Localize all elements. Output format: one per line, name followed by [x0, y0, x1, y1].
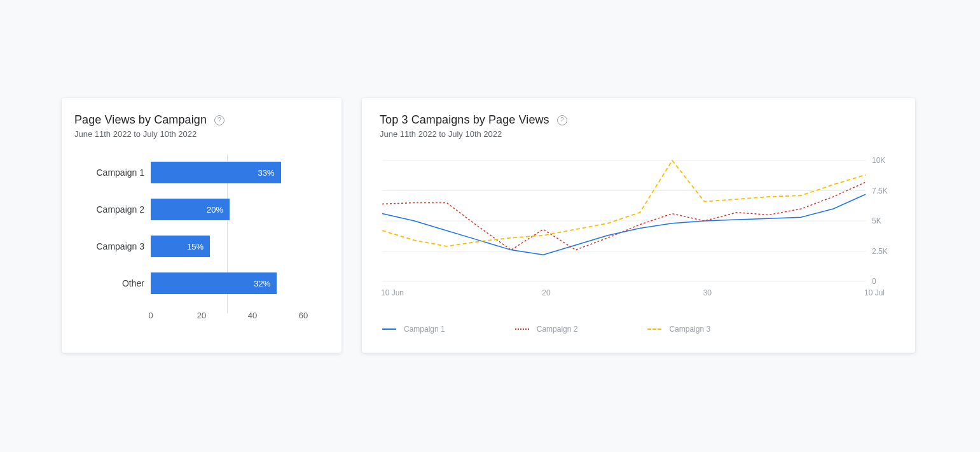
legend-item-campaign-3: Campaign 3 — [647, 325, 710, 334]
bar-category-label: Campaign 1 — [74, 167, 144, 178]
legend-item-campaign-1: Campaign 1 — [382, 325, 445, 334]
y-tick-label: 0 — [872, 277, 876, 286]
card-header: Page Views by Campaign ? — [74, 113, 329, 127]
bar-track: 32% — [151, 272, 329, 294]
legend-swatch-icon — [647, 328, 661, 330]
card-title: Page Views by Campaign — [74, 113, 207, 127]
bar-chart: Campaign 133%Campaign 220%Campaign 315%O… — [74, 154, 329, 332]
card-subtitle: June 11th 2022 to July 10th 2022 — [380, 129, 897, 139]
legend-label: Campaign 1 — [404, 325, 445, 334]
card-title: Top 3 Campaigns by Page Views — [380, 113, 549, 127]
bar-fill: 33% — [151, 162, 281, 183]
bar-x-tick: 0 — [148, 311, 153, 320]
legend-item-campaign-2: Campaign 2 — [515, 325, 578, 334]
legend-swatch-icon — [382, 328, 396, 330]
bar-category-label: Other — [74, 278, 144, 288]
bar-fill: 20% — [151, 199, 230, 220]
x-tick-label: 30 — [703, 288, 712, 297]
card-header: Top 3 Campaigns by Page Views ? — [380, 113, 897, 127]
y-tick-label: 5K — [872, 216, 881, 225]
y-tick-label: 2.5K — [872, 247, 888, 256]
bar-category-label: Campaign 2 — [74, 204, 144, 215]
bar-row: Campaign 133% — [151, 154, 329, 191]
bar-track: 33% — [151, 162, 329, 183]
bar-x-tick: 20 — [197, 311, 206, 320]
x-tick-label: 10 Jul — [864, 288, 885, 297]
y-tick-label: 10K — [872, 156, 885, 165]
bar-row: Campaign 220% — [151, 191, 329, 228]
legend-label: Campaign 2 — [537, 325, 578, 334]
top-3-campaigns-card: Top 3 Campaigns by Page Views ? June 11t… — [362, 98, 915, 353]
bar-x-tick: 40 — [248, 311, 257, 320]
bar-track: 15% — [151, 236, 329, 257]
bar-x-tick: 60 — [299, 311, 308, 320]
line-chart: 02.5K5K7.5K10K10 Jun203010 Jul — [380, 154, 897, 307]
line-series-1 — [382, 194, 866, 255]
page-views-by-campaign-card: Page Views by Campaign ? June 11th 2022 … — [62, 98, 342, 353]
legend-swatch-icon — [515, 328, 529, 330]
legend: Campaign 1 Campaign 2 Campaign 3 — [380, 325, 897, 334]
line-series-2 — [382, 182, 866, 250]
bar-fill: 15% — [151, 236, 210, 257]
bar-fill: 32% — [151, 272, 277, 294]
bar-x-axis: 0204060 — [151, 306, 329, 325]
x-tick-label: 20 — [542, 288, 551, 297]
bar-track: 20% — [151, 199, 329, 220]
bar-row: Campaign 315% — [151, 228, 329, 265]
help-icon[interactable]: ? — [214, 115, 224, 125]
x-tick-label: 10 Jun — [381, 288, 404, 297]
bar-row: Other32% — [151, 265, 329, 302]
bar-category-label: Campaign 3 — [74, 241, 144, 251]
y-tick-label: 7.5K — [872, 187, 888, 195]
help-icon[interactable]: ? — [557, 115, 567, 125]
legend-label: Campaign 3 — [669, 325, 710, 334]
card-subtitle: June 11th 2022 to July 10th 2022 — [74, 129, 329, 139]
